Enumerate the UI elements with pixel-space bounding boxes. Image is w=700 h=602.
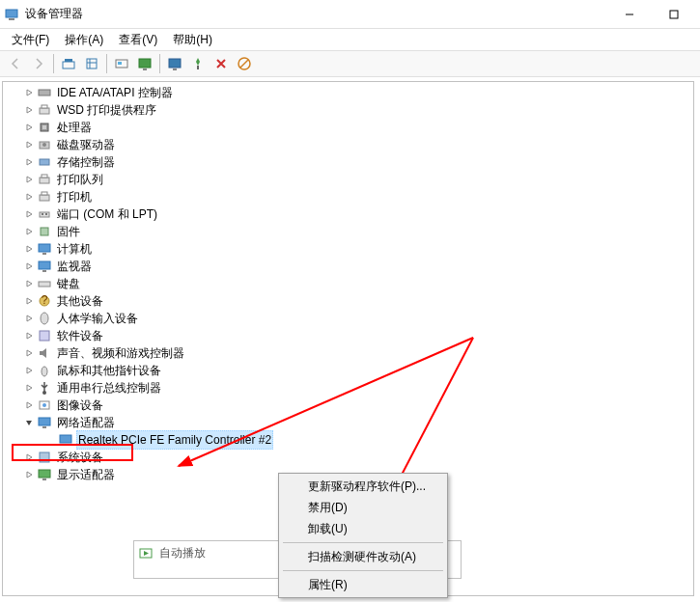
autoplay-label: 自动播放	[159, 545, 206, 561]
tree-item[interactable]: 磁盘驱动器	[5, 136, 691, 153]
expand-icon[interactable]	[22, 225, 36, 238]
device-icon	[37, 85, 52, 100]
expand-icon[interactable]	[22, 416, 36, 429]
context-menu-uninstall[interactable]: 卸载(U)	[281, 518, 445, 539]
tree-item[interactable]: IDE ATA/ATAPI 控制器	[5, 84, 691, 101]
tree-item-label: 声音、视频和游戏控制器	[55, 343, 186, 363]
expand-icon[interactable]	[22, 103, 36, 117]
svg-rect-1	[9, 18, 14, 20]
context-menu-properties[interactable]: 属性(R)	[281, 574, 445, 595]
device-icon	[37, 224, 52, 239]
tree-item[interactable]: ?其他设备	[5, 292, 691, 310]
device-icon	[37, 276, 52, 291]
tree-item[interactable]: 系统设备	[5, 449, 691, 466]
expand-icon[interactable]	[22, 346, 36, 360]
tree-item[interactable]: 人体学输入设备	[5, 310, 691, 327]
toolbar-btn-8[interactable]	[233, 53, 256, 74]
device-icon	[37, 172, 52, 187]
expand-icon[interactable]	[22, 86, 36, 99]
context-menu-disable[interactable]: 禁用(D)	[281, 497, 445, 518]
svg-rect-29	[42, 192, 47, 195]
maximize-button[interactable]	[652, 1, 696, 28]
svg-line-17	[240, 60, 248, 68]
expand-icon[interactable]	[22, 329, 36, 342]
tree-item[interactable]: 软件设备	[5, 327, 691, 344]
expand-icon[interactable]	[22, 260, 36, 273]
svg-rect-35	[42, 253, 46, 255]
expand-icon[interactable]	[22, 451, 36, 464]
expand-icon[interactable]	[22, 121, 36, 134]
tree-item-label: 打印队列	[55, 170, 105, 189]
svg-rect-53	[42, 479, 46, 480]
tree-item[interactable]: 固件	[5, 223, 691, 240]
tree-item[interactable]: 端口 (COM 和 LPT)	[5, 205, 691, 223]
expand-icon[interactable]	[22, 190, 36, 204]
menu-view[interactable]: 查看(V)	[111, 30, 165, 50]
tree-item-label: 显示适配器	[55, 465, 117, 484]
tree-item-realtek-nic[interactable]: Realtek PCIe FE Family Controller #2	[5, 431, 691, 449]
expand-icon[interactable]	[22, 173, 36, 186]
expand-icon[interactable]	[22, 312, 36, 325]
toolbar-btn-2[interactable]	[80, 53, 103, 74]
tree-item[interactable]: 图像设备	[5, 397, 691, 414]
tree-item-label: 网络适配器	[55, 413, 117, 432]
menu-action[interactable]: 操作(A)	[57, 30, 111, 50]
tree-item-label: 监视器	[55, 257, 94, 276]
expand-icon[interactable]	[22, 398, 36, 412]
tree-item[interactable]: 打印机	[5, 188, 691, 205]
tree-item-label: 通用串行总线控制器	[55, 378, 163, 397]
tree-item[interactable]: 计算机	[5, 240, 691, 258]
tree-item[interactable]: 键盘	[5, 275, 691, 292]
toolbar-btn-7[interactable]	[210, 53, 233, 74]
toolbar-btn-3[interactable]	[110, 53, 133, 74]
tree-item-network-adapters[interactable]: 网络适配器	[5, 414, 691, 431]
svg-text:?: ?	[42, 293, 48, 307]
svg-point-43	[42, 367, 47, 376]
tree-item[interactable]: 监视器	[5, 258, 691, 275]
tree-item-label: 人体学输入设备	[55, 309, 140, 328]
svg-rect-51	[40, 452, 49, 462]
tree-item-label: 存储控制器	[55, 152, 117, 172]
device-icon	[37, 241, 52, 257]
tree-item[interactable]: 处理器	[5, 119, 691, 136]
device-icon	[37, 380, 52, 396]
expand-icon[interactable]	[22, 294, 36, 308]
context-menu-scan[interactable]: 扫描检测硬件改动(A)	[281, 546, 445, 567]
expand-icon[interactable]	[22, 364, 36, 377]
toolbar-btn-5[interactable]	[163, 53, 186, 74]
expand-icon[interactable]	[22, 138, 36, 151]
menu-file[interactable]: 文件(F)	[4, 30, 57, 50]
forward-button	[27, 53, 50, 74]
svg-rect-25	[40, 159, 49, 165]
tree-item[interactable]: 鼠标和其他指针设备	[5, 362, 691, 379]
network-icon	[58, 432, 73, 448]
tree-item-label: 处理器	[55, 118, 94, 137]
expand-icon[interactable]	[22, 381, 36, 395]
svg-rect-50	[64, 444, 68, 446]
menu-help[interactable]: 帮助(H)	[165, 30, 220, 50]
tree-item[interactable]: 声音、视频和游戏控制器	[5, 344, 691, 362]
device-tree[interactable]: IDE ATA/ATAPI 控制器WSD 打印提供程序处理器磁盘驱动器存储控制器…	[3, 82, 693, 485]
expand-icon[interactable]	[22, 242, 36, 256]
window-title: 设备管理器	[25, 6, 607, 22]
back-button	[4, 53, 27, 74]
menubar: 文件(F) 操作(A) 查看(V) 帮助(H)	[0, 29, 700, 50]
tree-item[interactable]: WSD 打印提供程序	[5, 101, 691, 119]
svg-point-24	[42, 143, 46, 147]
expand-icon[interactable]	[22, 155, 36, 169]
tree-item[interactable]: 存储控制器	[5, 153, 691, 171]
expand-icon[interactable]	[22, 207, 36, 221]
device-icon	[37, 311, 52, 326]
svg-point-44	[42, 391, 46, 395]
context-menu-update-driver[interactable]: 更新驱动程序软件(P)...	[281, 476, 445, 497]
device-icon	[37, 102, 52, 118]
device-icon: ?	[37, 293, 52, 309]
toolbar-btn-6[interactable]	[186, 53, 210, 74]
toolbar-btn-4[interactable]	[133, 53, 156, 74]
expand-icon[interactable]	[22, 277, 36, 290]
toolbar-btn-1[interactable]	[57, 53, 80, 74]
expand-icon[interactable]	[22, 468, 36, 481]
tree-item[interactable]: 通用串行总线控制器	[5, 379, 691, 397]
tree-item[interactable]: 打印队列	[5, 171, 691, 188]
minimize-button[interactable]	[607, 1, 652, 28]
